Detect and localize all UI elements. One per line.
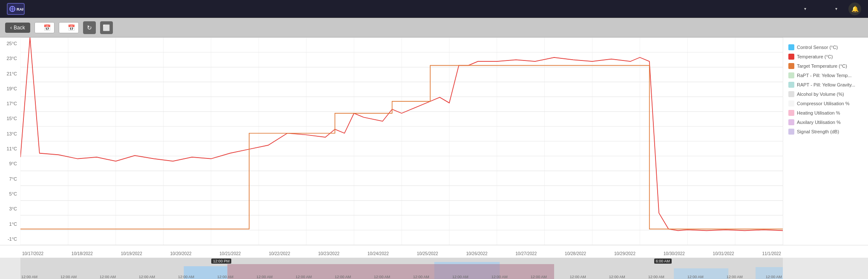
mini-time-label: 12:00 AM <box>609 275 625 279</box>
legend-color-swatch <box>788 72 794 78</box>
legend-item: Auxilary Utilisation % <box>788 119 863 125</box>
svg-text:RAPT: RAPT <box>17 7 23 12</box>
mini-time-label: 12:00 AM <box>687 275 704 279</box>
x-axis-label: 10/21/2022 <box>219 251 241 256</box>
legend-label-text: Control Sensor (°C) <box>797 45 838 50</box>
export-icon: ⬜ <box>103 24 110 31</box>
mini-time-label: 12:00 AM <box>374 275 390 279</box>
y-axis-label: 19°C <box>0 86 19 91</box>
chart-outer: 25°C23°C21°C19°C17°C15°C13°C11°C9°C7°C5°… <box>0 37 868 279</box>
refresh-button[interactable]: ↻ <box>83 21 96 34</box>
end-date-group: 📅 <box>59 22 79 33</box>
y-axis-label: 3°C <box>0 206 19 211</box>
back-button[interactable]: ‹ Back <box>5 23 30 33</box>
notification-bell[interactable]: 🔔 <box>848 3 861 15</box>
legend-color-swatch <box>788 63 794 69</box>
y-axis-label: 23°C <box>0 56 19 61</box>
toolbar: ‹ Back 📅 📅 ↻ ⬜ <box>0 18 868 37</box>
chart-svg <box>20 37 783 245</box>
legend-label-text: Compressor Utilisation % <box>797 101 849 106</box>
x-axis-labels: 10/17/202210/18/202210/19/202210/20/2022… <box>20 251 783 256</box>
legend-item: Control Sensor (°C) <box>788 44 863 50</box>
legend-item: Heating Utilisation % <box>788 110 863 116</box>
x-axis-label: 10/23/2022 <box>318 251 339 256</box>
brand: RAPT <box>7 3 25 15</box>
back-label: Back <box>14 25 25 31</box>
mini-time-label: 12:00 AM <box>60 275 77 279</box>
x-axis-label: 10/29/2022 <box>614 251 635 256</box>
mini-time-label: 12:00 AM <box>491 275 508 279</box>
mini-time-label: 12:00 AM <box>531 275 547 279</box>
legend-label-text: Heating Utilisation % <box>797 110 840 115</box>
y-axis-label: 15°C <box>0 116 19 121</box>
mini-time-label: 12:00 AM <box>570 275 586 279</box>
start-date-group: 📅 <box>34 22 55 33</box>
legend-label-text: Temperature (°C) <box>797 54 833 59</box>
chart-area <box>20 37 783 245</box>
y-axis: 25°C23°C21°C19°C17°C15°C13°C11°C9°C7°C5°… <box>0 37 20 245</box>
navbar: RAPT ▾ ▾ 🔔 <box>0 0 868 18</box>
legend-label-text: Alcohol by Volume (%) <box>797 92 844 97</box>
x-axis-label: 10/25/2022 <box>417 251 438 256</box>
legend-item: Signal Strength (dB) <box>788 129 863 135</box>
export-button[interactable]: ⬜ <box>100 21 113 34</box>
mini-marker-6am: 6:00 AM <box>654 259 672 264</box>
x-axis-label: 10/20/2022 <box>170 251 191 256</box>
y-axis-label: 11°C <box>0 146 19 151</box>
mini-time-label: 12:00 AM <box>335 275 351 279</box>
start-date-calendar-icon[interactable]: 📅 <box>43 24 51 31</box>
x-axis: 10/17/202210/18/202210/19/202210/20/2022… <box>0 245 868 258</box>
legend-label-text: Auxilary Utilisation % <box>797 120 841 125</box>
nav-tools[interactable]: ▾ <box>828 4 843 14</box>
legend-item: Target Temperature (°C) <box>788 63 863 69</box>
mini-chart: 12:00 PM 6:00 AM 12:00 AM12:00 AM12:00 A… <box>0 258 868 279</box>
legend-item: Alcohol by Volume (%) <box>788 91 863 97</box>
x-axis-label: 10/30/2022 <box>664 251 685 256</box>
y-axis-label: 17°C <box>0 101 19 106</box>
legend-label-text: Target Temperature (°C) <box>797 63 847 69</box>
x-axis-label: 10/22/2022 <box>269 251 290 256</box>
mini-time-label: 12:00 AM <box>178 275 194 279</box>
y-axis-label: 9°C <box>0 161 19 166</box>
legend-color-swatch <box>788 129 794 135</box>
legend-item: RaPT - Pill: Yellow Temp... <box>788 72 863 78</box>
nav-devices[interactable]: ▾ <box>796 4 812 14</box>
nav-dashboard[interactable] <box>783 6 795 12</box>
legend-color-swatch <box>788 101 794 106</box>
mini-time-label: 12:00 AM <box>766 275 782 279</box>
devices-dropdown-arrow: ▾ <box>804 6 806 11</box>
x-axis-label: 10/26/2022 <box>466 251 487 256</box>
mini-time-label: 12:00 AM <box>21 275 37 279</box>
logo: RAPT <box>7 3 25 15</box>
nav-profiles[interactable] <box>814 6 826 12</box>
legend-label-text: Signal Strength (dB) <box>797 129 839 134</box>
y-axis-label: 5°C <box>0 191 19 196</box>
x-axis-label: 10/24/2022 <box>368 251 389 256</box>
x-axis-label: 11/1/2022 <box>762 251 781 256</box>
y-axis-label: 1°C <box>0 221 19 227</box>
x-axis-label: 10/18/2022 <box>72 251 93 256</box>
x-axis-label: 10/19/2022 <box>121 251 142 256</box>
legend-color-swatch <box>788 110 794 116</box>
y-axis-label: 13°C <box>0 131 19 136</box>
mini-time-label: 12:00 AM <box>648 275 664 279</box>
y-axis-label: 7°C <box>0 176 19 181</box>
mini-time-label: 12:00 AM <box>296 275 312 279</box>
mini-time-label: 12:00 AM <box>256 275 273 279</box>
end-date-calendar-icon[interactable]: 📅 <box>68 24 75 31</box>
y-axis-label: 25°C <box>0 41 19 46</box>
back-arrow: ‹ <box>10 25 12 31</box>
chart-legend: Control Sensor (°C)Temperature (°C)Targe… <box>783 37 868 245</box>
mini-time-label: 12:00 AM <box>413 275 429 279</box>
legend-label-text: RaPT - Pill: Yellow Temp... <box>797 73 852 78</box>
legend-item: Compressor Utilisation % <box>788 101 863 106</box>
mini-time-label: 12:00 AM <box>217 275 233 279</box>
legend-item: Temperature (°C) <box>788 54 863 60</box>
legend-item: RAPT - Pill: Yellow Gravity... <box>788 82 863 88</box>
legend-color-swatch <box>788 82 794 88</box>
mini-time-label: 12:00 AM <box>452 275 468 279</box>
y-axis-label: -1°C <box>0 236 19 242</box>
mini-time-label: 12:00 AM <box>139 275 155 279</box>
y-axis-label: 21°C <box>0 71 19 76</box>
mini-time-labels: 12:00 AM12:00 AM12:00 AM12:00 AM12:00 AM… <box>20 275 783 279</box>
